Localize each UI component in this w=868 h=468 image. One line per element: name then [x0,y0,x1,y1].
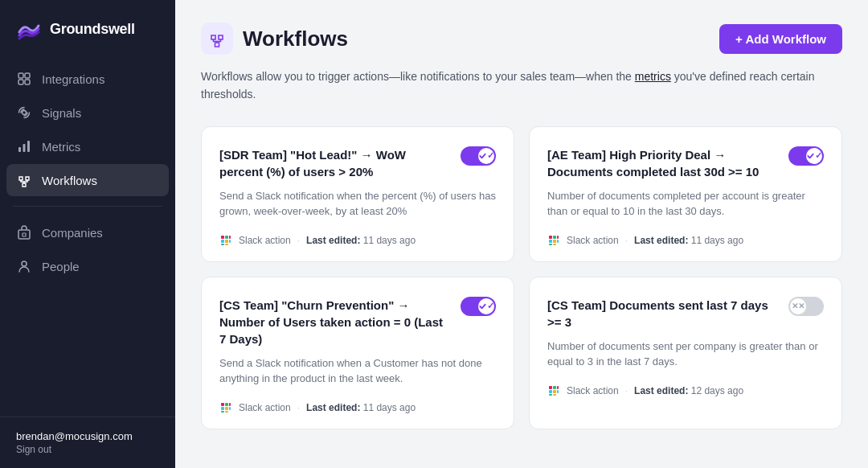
sidebar-item-companies[interactable]: Companies [6,216,169,248]
workflow-last-edited: Last edited: 11 days ago [634,235,743,246]
workflow-last-edited: Last edited: 12 days ago [634,385,743,396]
workflow-card-description: Send a Slack notification when the perce… [219,188,496,220]
sidebar-logo-text: Groundswell [50,21,135,38]
workflow-card-wf1[interactable]: [SDR Team] "Hot Lead!" → WoW percent (%)… [201,126,514,262]
sidebar-footer: brendan@mocusign.com Sign out [0,417,175,468]
svg-rect-17 [229,236,231,239]
svg-rect-22 [549,240,552,243]
workflow-action-label: Slack action [239,235,291,246]
slack-icon [547,384,560,397]
sidebar-item-workflows[interactable]: Workflows [6,164,169,196]
workflow-card-description: Send a Slack notification when a Custome… [219,355,496,387]
svg-rect-28 [553,244,556,245]
sidebar-item-companies-label: Companies [42,226,103,240]
svg-rect-14 [221,240,224,243]
sidebar-divider [13,206,162,207]
toggle-thumb: ✕ [790,298,806,314]
sidebar-item-metrics-label: Metrics [42,140,80,154]
slack-icon [547,234,560,247]
sidebar-item-people[interactable]: People [6,250,169,282]
workflow-toggle[interactable] [788,146,824,166]
sidebar-item-people-label: People [42,260,80,273]
add-workflow-button[interactable]: + Add Workflow [719,24,842,54]
svg-rect-6 [23,144,26,152]
workflow-action-label: Slack action [239,402,291,413]
integrations-icon [16,71,32,87]
metrics-link[interactable]: metrics [635,70,671,83]
workflow-card-title: [SDR Team] "Hot Lead!" → WoW percent (%)… [219,146,451,180]
page-description: Workflows allow you to trigger actions—l… [201,68,842,104]
workflow-card-header: [CS Team] Documents sent last 7 days >= … [547,297,824,330]
main-content: Workflows + Add Workflow Workflows allow… [175,0,868,468]
sidebar-item-integrations[interactable]: Integrations [6,63,169,95]
svg-rect-41 [557,386,559,389]
svg-rect-24 [553,240,556,243]
sidebar: Groundswell Integrations [0,0,175,468]
sidebar-signout-link[interactable]: Sign out [16,444,159,455]
companies-icon [16,224,32,240]
svg-rect-7 [27,141,30,152]
svg-rect-5 [18,147,21,152]
svg-rect-39 [553,386,556,389]
sidebar-item-integrations-label: Integrations [42,72,104,86]
svg-rect-23 [553,236,556,239]
svg-rect-35 [221,411,224,413]
svg-rect-19 [221,244,224,245]
workflow-card-description: Number of documents sent per company is … [547,339,824,370]
workflow-card-wf3[interactable]: [CS Team] "Churn Prevention" → Number of… [201,277,514,429]
page-title: Workflows [243,27,348,51]
svg-rect-33 [229,403,231,406]
svg-rect-30 [221,407,224,410]
svg-rect-29 [221,403,224,406]
sidebar-item-metrics[interactable]: Metrics [6,130,169,162]
workflow-last-edited: Last edited: 11 days ago [306,402,416,413]
svg-point-11 [22,261,27,266]
groundswell-logo-icon [16,18,42,40]
svg-rect-43 [549,394,552,396]
workflow-card-wf4[interactable]: [CS Team] Documents sent last 7 days >= … [529,277,842,429]
signals-icon [16,105,32,121]
svg-rect-15 [225,236,228,239]
svg-rect-42 [557,390,559,393]
workflow-card-wf2[interactable]: [AE Team] High Priority Deal → Documents… [529,126,842,262]
svg-rect-10 [23,233,26,236]
svg-rect-38 [549,390,552,393]
svg-rect-40 [553,390,556,393]
workflow-card-title: [CS Team] Documents sent last 7 days >= … [547,297,779,330]
workflow-action-label: Slack action [567,385,619,396]
toggle-thumb [478,148,494,164]
workflow-card-description: Number of documents completed per accoun… [547,188,824,220]
svg-rect-2 [18,80,23,84]
svg-point-4 [23,111,27,115]
svg-rect-34 [229,407,231,410]
sidebar-item-signals[interactable]: Signals [6,96,169,129]
svg-rect-16 [225,240,228,243]
svg-rect-20 [225,244,228,245]
workflow-card-title: [CS Team] "Churn Prevention" → Number of… [219,297,451,347]
workflow-card-header: [CS Team] "Churn Prevention" → Number of… [219,297,496,347]
workflow-card-header: [AE Team] High Priority Deal → Documents… [547,146,824,180]
workflow-card-footer: Slack action · Last edited: 11 days ago [219,234,496,247]
workflow-toggle[interactable] [461,146,496,166]
svg-rect-36 [225,411,228,413]
workflow-card-header: [SDR Team] "Hot Lead!" → WoW percent (%)… [219,146,496,180]
svg-rect-32 [225,407,228,410]
svg-rect-3 [25,80,30,84]
sidebar-item-workflows-label: Workflows [42,174,97,187]
workflow-action-label: Slack action [567,235,619,246]
workflows-grid: [SDR Team] "Hot Lead!" → WoW percent (%)… [201,126,842,429]
workflow-toggle[interactable] [461,297,496,316]
sidebar-logo: Groundswell [0,0,175,63]
svg-rect-27 [549,244,552,245]
slack-icon [219,234,232,247]
toggle-thumb [806,148,822,164]
svg-rect-21 [549,236,552,239]
svg-rect-25 [557,236,559,239]
svg-rect-44 [553,394,556,396]
svg-rect-26 [557,240,559,243]
workflow-card-footer: Slack action · Last edited: 11 days ago [547,234,824,247]
page-header: Workflows + Add Workflow [201,23,842,55]
svg-rect-0 [18,73,23,78]
workflow-card-title: [AE Team] High Priority Deal → Documents… [547,146,779,180]
workflow-toggle[interactable]: ✕ [788,297,824,316]
